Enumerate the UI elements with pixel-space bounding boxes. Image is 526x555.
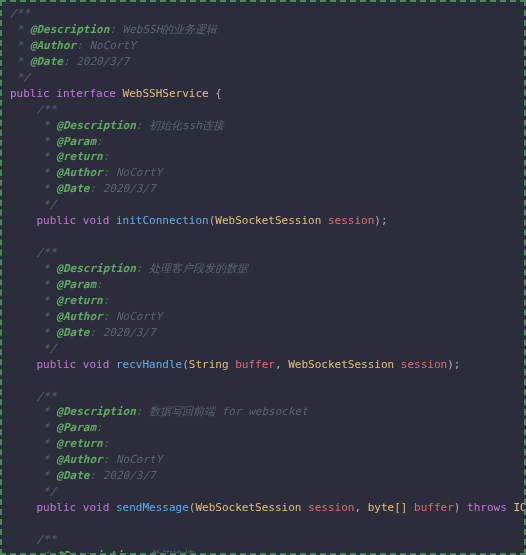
comment-line: * @Author: NoCortY <box>10 309 516 325</box>
comment-line: * @Date: 2020/3/7 <box>10 468 516 484</box>
blank-line <box>10 373 516 389</box>
comment-line: * @return: <box>10 293 516 309</box>
comment-line: */ <box>10 197 516 213</box>
comment-line: * @Description: 初始化ssh连接 <box>10 118 516 134</box>
comment-line: /** <box>10 6 516 22</box>
blank-line <box>10 516 516 532</box>
comment-line: * @Param: <box>10 420 516 436</box>
comment-line: /** <box>10 102 516 118</box>
comment-line: * @Description: 处理客户段发的数据 <box>10 261 516 277</box>
comment-line: * @Description: 关闭连接 <box>10 548 516 555</box>
comment-line: /** <box>10 389 516 405</box>
blank-line <box>10 229 516 245</box>
comment-line: */ <box>10 341 516 357</box>
method-declaration: public void initConnection(WebSocketSess… <box>10 213 516 229</box>
comment-line: */ <box>10 484 516 500</box>
comment-line: * @Param: <box>10 277 516 293</box>
comment-line: * @Date: 2020/3/7 <box>10 54 516 70</box>
comment-line: * @Description: WebSSH的业务逻辑 <box>10 22 516 38</box>
comment-line: * @Author: NoCortY <box>10 165 516 181</box>
comment-line: * @Description: 数据写回前端 for websocket <box>10 404 516 420</box>
method-declaration: public void sendMessage(WebSocketSession… <box>10 500 516 516</box>
comment-line: */ <box>10 70 516 86</box>
comment-line: * @Param: <box>10 134 516 150</box>
method-declaration: public void recvHandle(String buffer, We… <box>10 357 516 373</box>
comment-line: * @Author: NoCortY <box>10 38 516 54</box>
comment-line: * @return: <box>10 149 516 165</box>
comment-line: * @Date: 2020/3/7 <box>10 325 516 341</box>
comment-line: * @Date: 2020/3/7 <box>10 181 516 197</box>
comment-line: /** <box>10 532 516 548</box>
class-declaration: public interface WebSSHService { <box>10 86 516 102</box>
code-editor[interactable]: /** * @Description: WebSSH的业务逻辑 * @Autho… <box>10 6 516 555</box>
comment-line: * @Author: NoCortY <box>10 452 516 468</box>
comment-line: * @return: <box>10 436 516 452</box>
comment-line: /** <box>10 245 516 261</box>
